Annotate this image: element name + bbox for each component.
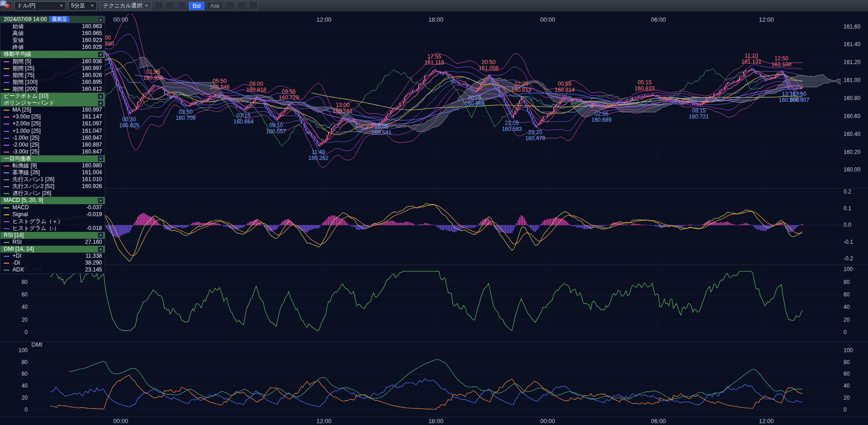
close-icon[interactable]: × bbox=[98, 94, 103, 99]
series-swatch bbox=[4, 270, 9, 271]
indicator-value: 160.926 bbox=[82, 183, 102, 190]
svg-text:-0.2: -0.2 bbox=[844, 255, 853, 262]
indicator-value: 11.338 bbox=[85, 253, 102, 260]
close-icon[interactable]: × bbox=[98, 52, 103, 57]
indicator-label: 期間 [200] bbox=[12, 86, 37, 93]
image-button[interactable] bbox=[177, 1, 186, 11]
technical-select-button[interactable]: テクニカル選択 ▼ bbox=[99, 1, 152, 11]
svg-text:160.709: 160.709 bbox=[176, 115, 196, 121]
svg-text:17:55: 17:55 bbox=[427, 53, 441, 60]
series-swatch bbox=[4, 242, 9, 243]
chart-canvas[interactable]: 00:0000:0012:0012:0018:0018:0000:0000:00… bbox=[0, 0, 868, 425]
svg-text:60: 60 bbox=[844, 371, 850, 377]
indicator-row: 先行スパン1 [26]161.010 bbox=[0, 176, 105, 183]
indicator-value: -0.019 bbox=[86, 211, 102, 218]
indicator-label: +2.00σ [25] bbox=[12, 120, 41, 127]
series-swatch bbox=[4, 68, 9, 69]
svg-text:161.119: 161.119 bbox=[425, 59, 444, 66]
indicator-row: +3.00σ [25]161.147 bbox=[0, 113, 105, 120]
indicator-row: 期間 [200]160.812 bbox=[0, 86, 105, 93]
ohlc-label: 高値 bbox=[12, 30, 24, 37]
zoom-out-button[interactable] bbox=[237, 1, 246, 11]
close-icon[interactable]: × bbox=[98, 198, 103, 203]
svg-text:0: 0 bbox=[24, 407, 28, 413]
svg-text:60: 60 bbox=[844, 291, 850, 298]
close-icon[interactable]: × bbox=[98, 156, 103, 161]
series-swatch bbox=[4, 165, 9, 166]
indicator-label: 期間 [25] bbox=[12, 65, 34, 72]
indicator-row: 基準線 [26]161.004 bbox=[0, 169, 105, 176]
svg-text:161.00: 161.00 bbox=[844, 77, 861, 83]
svg-text:02:55: 02:55 bbox=[594, 111, 608, 117]
indicator-row: 先行スパン2 [52]160.926 bbox=[0, 183, 105, 190]
ohlc-value: 160.929 bbox=[82, 44, 102, 51]
indicator-value: 161.047 bbox=[82, 128, 102, 135]
section-header: MACD [5, 20, 9]× bbox=[0, 197, 105, 204]
svg-text:160.833: 160.833 bbox=[635, 85, 655, 92]
series-swatch bbox=[4, 256, 9, 257]
svg-text:161.20: 161.20 bbox=[844, 59, 861, 65]
svg-text:161.058: 161.058 bbox=[479, 65, 499, 71]
close-icon[interactable]: × bbox=[98, 100, 103, 106]
svg-text:160.581: 160.581 bbox=[333, 108, 353, 114]
close-icon[interactable]: × bbox=[98, 17, 103, 23]
svg-text:161.100: 161.100 bbox=[772, 61, 792, 68]
svg-text:22:05: 22:05 bbox=[505, 120, 519, 126]
info-button[interactable] bbox=[166, 1, 175, 11]
zoom-in-button[interactable] bbox=[249, 1, 258, 11]
svg-text:-0.1: -0.1 bbox=[844, 239, 853, 245]
svg-text:11:40: 11:40 bbox=[311, 149, 325, 155]
chevron-down-icon: ▼ bbox=[144, 4, 148, 8]
indicator-value: -0.037 bbox=[86, 204, 102, 211]
svg-text:09:55: 09:55 bbox=[282, 89, 296, 95]
series-swatch bbox=[4, 145, 9, 146]
series-swatch bbox=[4, 193, 9, 194]
series-swatch bbox=[4, 124, 9, 124]
svg-text:05:15: 05:15 bbox=[638, 79, 652, 86]
bid-toggle[interactable]: Bid bbox=[189, 2, 204, 10]
indicator-row: +1.00σ [25]161.047 bbox=[0, 128, 105, 135]
timeframe-select[interactable]: 5分足 ▼ bbox=[68, 1, 97, 11]
svg-text:160.80: 160.80 bbox=[844, 95, 861, 101]
indicator-label: 期間 [75] bbox=[12, 72, 34, 79]
section-header: RSI [14]× bbox=[0, 232, 105, 239]
indicator-row: -1.00σ [25]160.947 bbox=[0, 135, 105, 142]
series-swatch bbox=[4, 138, 9, 139]
indicator-label: +1.00σ [25] bbox=[12, 128, 41, 135]
latest-candle-row: 2024/07/09 14:00最新足× bbox=[0, 16, 105, 23]
svg-text:0: 0 bbox=[844, 329, 847, 336]
section-header: 一目均衡表× bbox=[0, 155, 105, 162]
indicator-label: +DI bbox=[12, 253, 21, 260]
ohlc-label: 始値 bbox=[12, 23, 24, 30]
close-icon[interactable]: × bbox=[98, 247, 103, 252]
svg-text:05:50: 05:50 bbox=[213, 78, 227, 84]
indicator-panel: 2024/07/09 14:00最新足×始値160.963高値160.965安値… bbox=[0, 16, 105, 274]
svg-text:00:30: 00:30 bbox=[122, 116, 136, 123]
svg-text:07:15: 07:15 bbox=[237, 112, 251, 119]
series-swatch bbox=[4, 110, 9, 111]
close-icon[interactable]: × bbox=[98, 232, 103, 238]
series-swatch bbox=[4, 186, 9, 187]
svg-text:160.583: 160.583 bbox=[502, 126, 522, 132]
svg-text:60: 60 bbox=[22, 371, 28, 377]
pair-select[interactable]: ドル/円 ▼ bbox=[14, 1, 66, 11]
svg-text:100: 100 bbox=[844, 266, 853, 272]
trendline-button[interactable] bbox=[226, 1, 235, 11]
series-swatch bbox=[4, 207, 9, 208]
svg-text:160.00: 160.00 bbox=[844, 166, 861, 173]
ohlc-row: 安値160.923 bbox=[0, 37, 105, 44]
ohlc-value: 160.963 bbox=[82, 23, 102, 30]
series-swatch bbox=[4, 89, 9, 90]
ask-toggle[interactable]: Ask bbox=[207, 2, 223, 10]
indicator-row: ヒストグラム（-）-0.018 bbox=[0, 225, 105, 232]
svg-text:08:00: 08:00 bbox=[249, 81, 263, 87]
indicator-value: 38.290 bbox=[85, 260, 102, 266]
ohlc-row: 終値160.929 bbox=[0, 44, 105, 51]
svg-text:0: 0 bbox=[844, 407, 847, 413]
indicator-value: 160.947 bbox=[82, 135, 102, 142]
ohlc-label: 終値 bbox=[12, 44, 24, 51]
indicator-value: 23.145 bbox=[85, 266, 102, 273]
indicator-row: Signal-0.019 bbox=[0, 211, 105, 218]
draw-pencil-button[interactable] bbox=[154, 1, 163, 11]
series-swatch bbox=[4, 61, 9, 62]
